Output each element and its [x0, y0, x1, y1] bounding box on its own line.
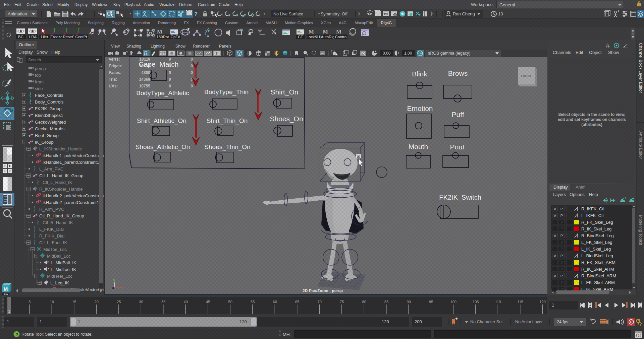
svg-text:4800: 4800	[141, 70, 150, 75]
svg-text:1: 1	[8, 309, 10, 314]
svg-text:front: front	[35, 79, 44, 84]
svg-text:R_FKIK_Dial: R_FKIK_Dial	[39, 233, 64, 239]
svg-text:Verts:: Verts:	[109, 57, 120, 62]
svg-text:40: 40	[184, 300, 188, 304]
svg-text:ikHandle2_parentConstraint1: ikHandle2_parentConstraint1	[43, 200, 99, 205]
svg-text:ResetT: ResetT	[63, 35, 75, 39]
svg-text:Shoes_Athletic_On: Shoes_Athletic_On	[136, 143, 190, 151]
svg-text:persp: persp	[35, 66, 46, 71]
svg-text:20: 20	[95, 300, 99, 304]
svg-text:L_FKIK_Dial: L_FKIK_Dial	[39, 227, 64, 232]
svg-text:95: 95	[429, 300, 433, 304]
svg-text:side: side	[35, 86, 43, 91]
svg-text:Emotion: Emotion	[407, 105, 433, 112]
svg-text:85: 85	[384, 300, 388, 304]
svg-text:25: 25	[117, 300, 121, 304]
svg-text:65: 65	[295, 300, 299, 304]
svg-text:105: 105	[473, 300, 479, 304]
svg-text:Shirt_On: Shirt_On	[271, 88, 299, 96]
svg-text:Blink: Blink	[412, 70, 427, 78]
svg-text:Faces:: Faces:	[109, 70, 121, 75]
svg-text:0: 0	[191, 64, 193, 68]
svg-text:Cape_Match: Cape_Match	[139, 60, 178, 68]
svg-text:MidHeel_Loc: MidHeel_Loc	[47, 274, 72, 279]
svg-text:ikHandle2_poleVectorConstraint: ikHandle2_poleVectorConstraint	[43, 193, 104, 198]
svg-text:90: 90	[407, 300, 411, 304]
svg-text:Tris:: Tris:	[109, 77, 117, 82]
svg-text:55: 55	[251, 300, 255, 304]
svg-text:No Character Set: No Character Set	[470, 320, 503, 324]
svg-text:0: 0	[191, 84, 193, 88]
svg-text:top: top	[35, 73, 41, 78]
svg-text:ikHandle1_parentConstraint1: ikHandle1_parentConstraint1	[43, 160, 99, 165]
svg-text:50: 50	[228, 300, 232, 304]
svg-text:Ctl_L_Foot_IK: Ctl_L_Foot_IK	[39, 240, 67, 245]
svg-text:x: x	[121, 285, 124, 289]
svg-text:L_Leg_IK: L_Leg_IK	[50, 280, 69, 285]
svg-text:Mouth: Mouth	[409, 143, 428, 150]
svg-text:Gecko_Morphs: Gecko_Morphs	[35, 126, 65, 131]
svg-text:Contro: Contro	[335, 35, 347, 39]
svg-text:LRA: LRA	[29, 35, 37, 39]
svg-text:2D Pan/Zoom : persp: 2D Pan/Zoom : persp	[303, 288, 343, 293]
svg-text:120: 120	[540, 300, 546, 304]
svg-text:M: M	[323, 28, 328, 35]
svg-text:Ctl_R_Hand_IK_Group: Ctl_R_Hand_IK_Group	[39, 213, 84, 218]
svg-text:FK2IK_Switch: FK2IK_Switch	[439, 194, 481, 201]
svg-text:R_IKShoulder_Handle: R_IKShoulder_Handle	[39, 187, 83, 192]
svg-text:M: M	[157, 28, 162, 35]
svg-text:Hier: Hier	[41, 35, 48, 39]
svg-text:24 fps: 24 fps	[557, 320, 568, 324]
svg-text:L_Arm_PVC: L_Arm_PVC	[39, 166, 63, 172]
svg-text:Brows: Brows	[448, 69, 468, 77]
svg-text:10755: 10755	[139, 84, 151, 88]
svg-text:14369: 14369	[139, 77, 151, 82]
svg-text:IK_Group: IK_Group	[35, 140, 54, 145]
svg-text:13: 13	[498, 11, 503, 16]
svg-text:Shirt_Thin_On: Shirt_Thin_On	[207, 117, 248, 125]
svg-text:Puff: Puff	[452, 111, 464, 118]
svg-text:CentPt: CentPt	[75, 35, 87, 39]
svg-text:FRONT: FRONT	[521, 74, 532, 78]
svg-text:L_MidToe_IK: L_MidToe_IK	[51, 267, 76, 272]
svg-text:45: 45	[206, 300, 210, 304]
svg-text:L_IKShoulder_Handle: L_IKShoulder_Handle	[39, 146, 82, 151]
svg-text:No Anim Layer: No Anim Layer	[515, 320, 543, 324]
svg-text:5: 5	[29, 300, 31, 304]
svg-text:ikHandle1_poleVectorConstraint: ikHandle1_poleVectorConstraint	[43, 153, 104, 158]
svg-text:0: 0	[191, 57, 193, 62]
svg-text:110: 110	[495, 300, 501, 304]
svg-text:M: M	[4, 286, 8, 292]
svg-text:MidToe_Loc: MidToe_Loc	[43, 247, 67, 252]
svg-text:0: 0	[169, 84, 171, 88]
svg-text:FK2IK_Group: FK2IK_Group	[35, 106, 62, 111]
svg-text:M: M	[336, 28, 341, 35]
svg-text:BlendShapes1: BlendShapes1	[35, 113, 63, 118]
svg-text:R_Arm_PVC: R_Arm_PVC	[39, 207, 64, 212]
svg-text:MidBail_Loc: MidBail_Loc	[47, 254, 71, 259]
svg-text:80: 80	[362, 300, 366, 304]
svg-text:Shoes_On: Shoes_On	[270, 115, 303, 123]
svg-text:0: 0	[191, 70, 193, 75]
svg-text:GeckoWeighted: GeckoWeighted	[35, 120, 66, 125]
svg-text:CpEd: CpEd	[171, 35, 180, 39]
svg-text:60: 60	[273, 300, 277, 304]
svg-text:Symmetry: Off: Symmetry: Off	[321, 12, 347, 16]
svg-text:Pout: Pout	[450, 143, 464, 151]
svg-text:0: 0	[169, 77, 171, 82]
svg-text:75: 75	[340, 300, 344, 304]
svg-text:10: 10	[50, 300, 54, 304]
svg-text:35: 35	[161, 300, 165, 304]
svg-text:Root_Group: Root_Group	[35, 133, 59, 138]
svg-text:BC: BC	[18, 35, 23, 39]
svg-text:30: 30	[139, 300, 143, 304]
svg-text:L_MidBall_IK: L_MidBall_IK	[51, 260, 76, 265]
svg-text:Ran Cheng: Ran Cheng	[453, 11, 475, 16]
svg-text:Edges:: Edges:	[109, 64, 122, 68]
svg-text:70: 70	[318, 300, 322, 304]
svg-text:Lock&H: Lock&H	[307, 35, 320, 39]
svg-text:Ctl_L_Hand_IK_Group: Ctl_L_Hand_IK_Group	[39, 173, 84, 178]
svg-text:BodyType_Thin: BodyType_Thin	[204, 88, 249, 96]
svg-text:Ctl_L_Hand_IK: Ctl_L_Hand_IK	[43, 180, 72, 185]
svg-text:CE: CE	[298, 35, 303, 39]
